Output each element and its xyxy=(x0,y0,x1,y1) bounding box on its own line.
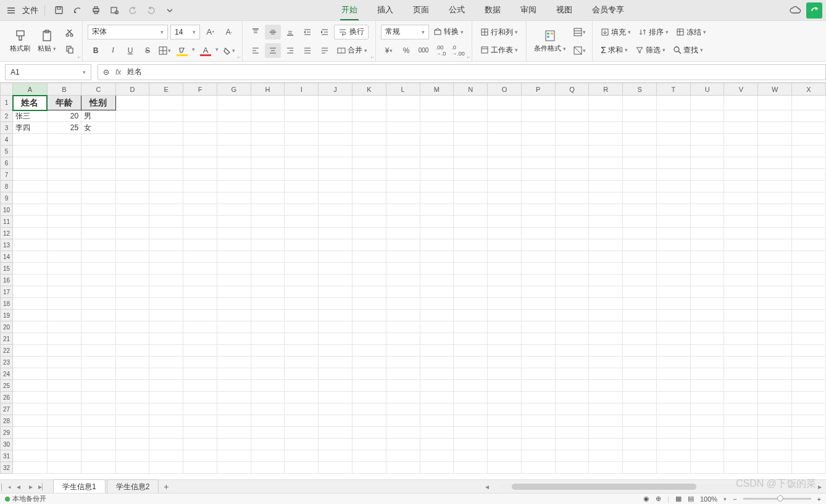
cell-N26[interactable] xyxy=(454,392,488,403)
sheet-nav-next-icon[interactable]: ▸ xyxy=(25,482,37,491)
cell-G5[interactable] xyxy=(217,146,251,157)
cell-W30[interactable] xyxy=(758,439,792,450)
cell-J32[interactable] xyxy=(319,462,353,474)
cell-W23[interactable] xyxy=(758,357,792,368)
cell-R18[interactable] xyxy=(589,298,623,310)
cell-S21[interactable] xyxy=(623,333,657,345)
cell-G16[interactable] xyxy=(217,275,251,286)
cell-Q6[interactable] xyxy=(555,157,589,169)
cell-L2[interactable] xyxy=(386,110,420,122)
cell-J30[interactable] xyxy=(319,439,353,450)
cell-O20[interactable] xyxy=(488,321,522,333)
cell-J23[interactable] xyxy=(319,357,353,368)
cell-H4[interactable] xyxy=(251,134,285,146)
cell-B10[interactable] xyxy=(47,204,81,216)
cell-K29[interactable] xyxy=(353,427,386,439)
cell-Q22[interactable] xyxy=(555,345,589,357)
cell-D27[interactable] xyxy=(115,403,149,415)
cell-T21[interactable] xyxy=(656,333,690,345)
cell-K8[interactable] xyxy=(353,181,386,192)
row-header-2[interactable]: 2 xyxy=(1,110,13,122)
cell-C9[interactable] xyxy=(81,192,116,204)
cell-W14[interactable] xyxy=(758,251,792,263)
cell-P18[interactable] xyxy=(521,298,555,310)
row-header-21[interactable]: 21 xyxy=(1,333,13,345)
cell-X25[interactable] xyxy=(792,380,826,392)
cell-F28[interactable] xyxy=(183,415,217,427)
cell-P5[interactable] xyxy=(521,146,555,157)
cell-I11[interactable] xyxy=(285,216,319,228)
cell-B16[interactable] xyxy=(47,275,81,286)
cell-T25[interactable] xyxy=(656,380,690,392)
cell-V32[interactable] xyxy=(724,462,758,474)
cell-E15[interactable] xyxy=(149,263,183,275)
cell-X3[interactable] xyxy=(792,122,826,134)
cell-W27[interactable] xyxy=(758,403,792,415)
cell-O31[interactable] xyxy=(488,450,522,462)
cell-T29[interactable] xyxy=(656,427,690,439)
cell-X4[interactable] xyxy=(792,134,826,146)
cell-T9[interactable] xyxy=(656,192,690,204)
cell-J3[interactable] xyxy=(319,122,353,134)
cell-E10[interactable] xyxy=(149,204,183,216)
cell-J9[interactable] xyxy=(319,192,353,204)
cell-P19[interactable] xyxy=(521,310,555,321)
cell-V26[interactable] xyxy=(724,392,758,403)
cell-E5[interactable] xyxy=(149,146,183,157)
cell-B23[interactable] xyxy=(47,357,81,368)
cell-K1[interactable] xyxy=(353,96,386,110)
cell-E16[interactable] xyxy=(149,275,183,286)
cell-A28[interactable] xyxy=(13,415,48,427)
cell-O5[interactable] xyxy=(488,146,522,157)
cell-C2[interactable]: 男 xyxy=(81,110,116,122)
cell-R2[interactable] xyxy=(589,110,623,122)
row-header-7[interactable]: 7 xyxy=(1,169,13,181)
cell-V19[interactable] xyxy=(724,310,758,321)
cell-S5[interactable] xyxy=(623,146,657,157)
cell-F11[interactable] xyxy=(183,216,217,228)
cell-F25[interactable] xyxy=(183,380,217,392)
row-header-17[interactable]: 17 xyxy=(1,286,13,298)
cell-P2[interactable] xyxy=(521,110,555,122)
cell-U16[interactable] xyxy=(690,275,724,286)
cell-L26[interactable] xyxy=(386,392,420,403)
cell-T6[interactable] xyxy=(656,157,690,169)
cell-J21[interactable] xyxy=(319,333,353,345)
cell-L25[interactable] xyxy=(386,380,420,392)
strikethrough-icon[interactable]: S xyxy=(140,43,156,58)
zoom-out-icon[interactable]: − xyxy=(733,495,736,503)
cell-M16[interactable] xyxy=(420,275,454,286)
cell-T13[interactable] xyxy=(656,239,690,251)
cell-J29[interactable] xyxy=(319,427,353,439)
cell-D18[interactable] xyxy=(115,298,149,310)
cell-U32[interactable] xyxy=(690,462,724,474)
cell-C32[interactable] xyxy=(81,462,116,474)
cell-B5[interactable] xyxy=(47,146,81,157)
align-expand-icon[interactable]: ⌐ xyxy=(371,54,374,60)
cell-G23[interactable] xyxy=(217,357,251,368)
cell-B14[interactable] xyxy=(47,251,81,263)
cell-B11[interactable] xyxy=(47,216,81,228)
cell-W8[interactable] xyxy=(758,181,792,192)
cell-N6[interactable] xyxy=(454,157,488,169)
cell-O9[interactable] xyxy=(488,192,522,204)
cell-V3[interactable] xyxy=(724,122,758,134)
fill-color-icon[interactable]: ▾ xyxy=(221,43,237,58)
col-header-E[interactable]: E xyxy=(149,83,183,96)
italic-icon[interactable]: I xyxy=(105,43,121,58)
cell-L21[interactable] xyxy=(386,333,420,345)
align-left-icon[interactable] xyxy=(248,43,264,58)
cell-O15[interactable] xyxy=(488,263,522,275)
cell-L18[interactable] xyxy=(386,298,420,310)
cell-B27[interactable] xyxy=(47,403,81,415)
cell-W20[interactable] xyxy=(758,321,792,333)
justify-icon[interactable] xyxy=(299,43,315,58)
cell-G1[interactable] xyxy=(217,96,251,110)
col-header-T[interactable]: T xyxy=(656,83,690,96)
cell-C1[interactable]: 性别 xyxy=(81,96,116,110)
cell-X19[interactable] xyxy=(792,310,826,321)
cell-I29[interactable] xyxy=(285,427,319,439)
cell-K22[interactable] xyxy=(353,345,386,357)
cell-W10[interactable] xyxy=(758,204,792,216)
cell-K21[interactable] xyxy=(353,333,386,345)
